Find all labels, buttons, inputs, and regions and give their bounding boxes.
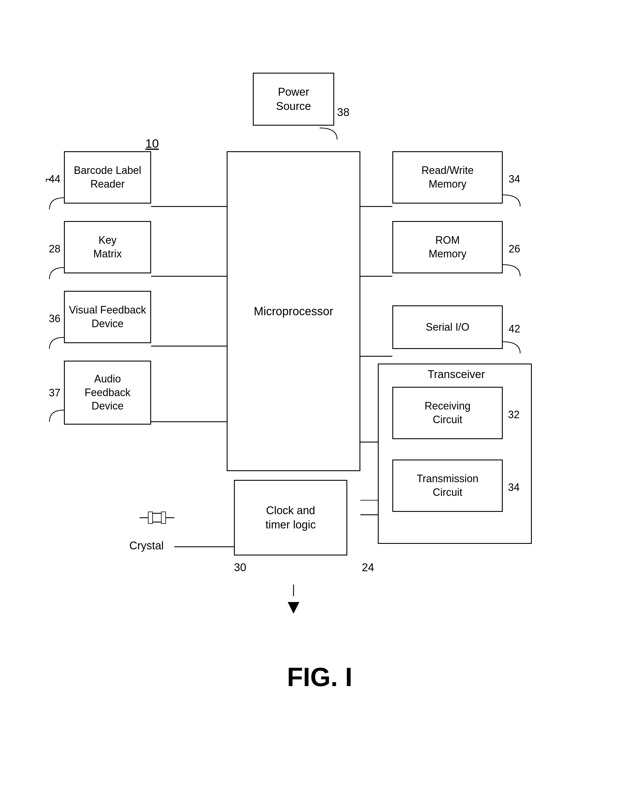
receiving-circuit-ref: 32: [508, 409, 520, 421]
transmission-circuit-ref: 34: [508, 481, 520, 493]
read-write-memory-ref: 34: [509, 173, 520, 185]
label-30: 30: [234, 561, 246, 574]
microprocessor-box: Microprocessor: [227, 151, 360, 471]
power-source-box: Power Source: [253, 73, 334, 126]
figure-label: FIG. I: [287, 662, 353, 692]
key-matrix-box: Key Matrix: [64, 221, 151, 273]
svg-rect-17: [148, 512, 152, 524]
clock-timer-box: Clock and timer logic: [234, 480, 347, 556]
power-source-ref: 38: [337, 106, 349, 119]
label-24: 24: [362, 561, 374, 574]
ref-tick-44: ⌐: [45, 173, 52, 185]
transmission-circuit-box: Transmission Circuit: [392, 459, 503, 512]
receiving-circuit-box: Receiving Circuit: [392, 387, 503, 439]
svg-marker-13: [288, 602, 299, 614]
visual-feedback-box: Visual Feedback Device: [64, 291, 151, 343]
label-10: 10: [145, 137, 159, 151]
crystal-label: Crystal: [129, 539, 164, 552]
rom-memory-ref: 26: [509, 243, 520, 255]
crystal-symbol: [140, 503, 174, 532]
rom-memory-box: ROM Memory: [392, 221, 503, 273]
serial-io-box: Serial I/O: [392, 305, 503, 349]
diagram-container: Power Source 38 Microprocessor 10 Clock …: [44, 58, 596, 727]
audio-feedback-box: Audio Feedback Device: [64, 361, 151, 424]
audio-feedback-ref: 37: [49, 387, 61, 399]
svg-rect-20: [161, 512, 166, 524]
visual-feedback-ref: 36: [49, 313, 61, 325]
read-write-memory-box: Read/Write Memory: [392, 151, 503, 204]
barcode-reader-box: Barcode Label Reader: [64, 151, 151, 204]
serial-io-ref: 42: [509, 323, 520, 335]
key-matrix-ref: 28: [49, 243, 61, 255]
